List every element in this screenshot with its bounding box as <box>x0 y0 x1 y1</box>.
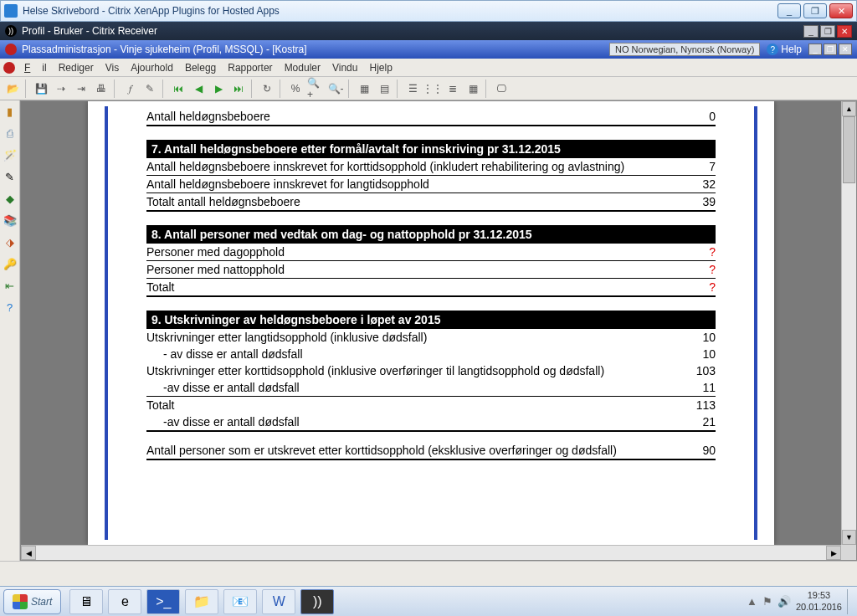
scroll-right-button[interactable]: ▶ <box>826 546 841 560</box>
table-row: Totalt113 <box>146 397 716 413</box>
print-icon[interactable]: 🖶 <box>92 80 110 98</box>
mdi-close-button[interactable]: ✕ <box>839 44 852 55</box>
taskbar-powershell-icon[interactable]: >_ <box>146 589 180 614</box>
scroll-left-button[interactable]: ◀ <box>21 546 36 560</box>
percent-icon[interactable]: % <box>286 80 305 98</box>
menu-ajourhold[interactable]: Ajourhold <box>125 62 179 74</box>
table-row: Antall heldøgnsbeboere innskrevet for la… <box>146 176 716 193</box>
receiver-close-button[interactable]: ✕ <box>837 25 852 38</box>
taskbar-word-icon[interactable]: W <box>262 589 295 614</box>
section-header-7: 7. Antall heldøgnsbeboere etter formål/a… <box>146 140 716 158</box>
table-row: Totalt antall heldøgnsbeboere39 <box>146 193 716 212</box>
refresh-icon[interactable]: ↻ <box>258 80 276 98</box>
menu-fil[interactable]: Fil <box>18 62 53 74</box>
lt-wand-icon[interactable]: 🪄 <box>3 147 18 162</box>
lt-icon-1[interactable]: ▮ <box>3 104 18 119</box>
scroll-corner <box>841 545 856 560</box>
menu-vis[interactable]: Vis <box>100 62 125 74</box>
screen-icon[interactable]: 🖵 <box>492 80 511 98</box>
help-icon: ? <box>767 44 778 55</box>
menu-rapporter[interactable]: Rapporter <box>222 62 278 74</box>
export2-icon[interactable]: ⇥ <box>72 80 90 98</box>
tool2-icon[interactable]: ✎ <box>141 80 159 98</box>
horizontal-scrollbar[interactable]: ◀ ▶ <box>21 545 841 560</box>
lt-key-icon[interactable]: 🔑 <box>3 256 18 271</box>
save-icon[interactable]: 💾 <box>32 80 50 98</box>
lt-exit-icon[interactable]: ⇤ <box>3 278 18 293</box>
lt-icon-7[interactable]: ⬗ <box>3 234 18 249</box>
system-tray: ▲ ⚑ 🔊 19:53 20.01.2016 <box>747 589 854 614</box>
app-title: Plassadministrasjon - Vinje sjukeheim (P… <box>22 44 307 55</box>
tray-flag-icon[interactable]: ⚑ <box>762 595 772 608</box>
tray-clock[interactable]: 19:53 20.01.2016 <box>796 590 842 612</box>
layout1-icon[interactable]: ▦ <box>355 80 373 98</box>
language-selector[interactable]: NO Norwegian, Nynorsk (Norway) <box>609 43 760 56</box>
windows-logo-icon <box>13 594 28 609</box>
lt-book-icon[interactable]: ◆ <box>3 191 18 206</box>
scroll-thumb[interactable] <box>843 116 855 183</box>
start-button[interactable]: Start <box>3 589 61 614</box>
scroll-up-button[interactable]: ▲ <box>842 101 856 116</box>
app-titlebar: Plassadministrasjon - Vinje sjukeheim (P… <box>0 40 857 59</box>
table-row: - av disse er antall dødsfall10 <box>146 346 716 362</box>
toolbar: 📂 💾 ⇢ ⇥ 🖶 𝑓 ✎ ⏮ ◀ ▶ ⏭ ↻ % 🔍+ 🔍- ▦ ▤ ☰ ⋮⋮… <box>0 77 857 100</box>
view4-icon[interactable]: ▦ <box>464 80 482 98</box>
prev-icon[interactable]: ◀ <box>189 80 208 98</box>
receiver-restore-button[interactable]: ❐ <box>820 25 835 38</box>
menu-app-icon <box>3 62 15 74</box>
minimize-button[interactable]: _ <box>777 3 801 18</box>
receiver-minimize-button[interactable]: _ <box>803 25 819 38</box>
mdi-minimize-button[interactable]: _ <box>808 44 822 55</box>
taskbar-explorer-icon[interactable]: 🖥 <box>69 589 103 614</box>
zoomout-icon[interactable]: 🔍- <box>326 80 345 98</box>
menu-belegg[interactable]: Belegg <box>179 62 222 74</box>
table-row: Antall heldøgnsbeboere 0 <box>146 108 716 126</box>
lt-help-icon[interactable]: ? <box>3 300 18 315</box>
taskbar-ie-icon[interactable]: e <box>108 589 141 614</box>
lt-pencil-icon[interactable]: ✎ <box>3 169 18 184</box>
lt-icon-2[interactable]: ⎙ <box>3 126 18 141</box>
table-row: Antall personer som er utskrevet etter k… <box>146 442 716 460</box>
export-icon[interactable]: ⇢ <box>52 80 70 98</box>
show-desktop-button[interactable] <box>847 589 854 614</box>
maximize-button[interactable]: ❐ <box>803 3 827 18</box>
last-icon[interactable]: ⏭ <box>229 80 248 98</box>
layout2-icon[interactable]: ▤ <box>375 80 393 98</box>
table-row: -av disse er antall dødsfall21 <box>146 413 716 432</box>
taskbar-outlook-icon[interactable]: 📧 <box>223 589 257 614</box>
left-toolbar: ▮ ⎙ 🪄 ✎ ◆ 📚 ⬗ 🔑 ⇤ ? <box>0 100 20 561</box>
scroll-down-button[interactable]: ▼ <box>842 530 856 545</box>
receiver-title: Profil - Bruker - Citrix Receiver <box>22 25 157 37</box>
tray-volume-icon[interactable]: 🔊 <box>777 595 791 608</box>
citrix-receiver-titlebar: )) Profil - Bruker - Citrix Receiver _ ❐… <box>0 22 857 40</box>
menu-rediger[interactable]: Rediger <box>53 62 100 74</box>
close-button[interactable]: ✕ <box>829 3 853 18</box>
help-button[interactable]: ? Help <box>767 44 802 55</box>
lt-books-icon[interactable]: 📚 <box>3 213 18 228</box>
tool-icon[interactable]: 𝑓 <box>121 80 139 98</box>
table-row: Utskrivninger etter langtidsopphold (ink… <box>146 329 716 346</box>
menu-moduler[interactable]: Moduler <box>279 62 326 74</box>
first-icon[interactable]: ⏮ <box>169 80 187 98</box>
menu-bar: Fil Rediger Vis Ajourhold Belegg Rapport… <box>0 59 857 77</box>
open-icon[interactable]: 📂 <box>3 80 22 98</box>
tray-arrow-icon[interactable]: ▲ <box>747 595 757 608</box>
app-icon <box>4 4 18 18</box>
taskbar-citrix-icon[interactable]: )) <box>300 589 334 614</box>
vertical-scrollbar[interactable]: ▲ ▼ <box>841 101 856 545</box>
outer-window-titlebar: Helse Skrivebord - Citrix XenApp Plugins… <box>0 0 857 22</box>
next-icon[interactable]: ▶ <box>209 80 228 98</box>
table-row: Totalt? <box>146 279 716 297</box>
menu-vindu[interactable]: Vindu <box>326 62 363 74</box>
zoomin-icon[interactable]: 🔍+ <box>306 80 325 98</box>
table-row: Personer med dagopphold? <box>146 244 716 261</box>
menu-hjelp[interactable]: Hjelp <box>363 62 398 74</box>
section-header-8: 8. Antall personer med vedtak om dag- og… <box>146 225 716 244</box>
view2-icon[interactable]: ⋮⋮ <box>423 80 442 98</box>
view1-icon[interactable]: ☰ <box>403 80 422 98</box>
taskbar-folder-icon[interactable]: 📁 <box>185 589 218 614</box>
table-row: -av disse er antall dødsfall11 <box>146 379 716 397</box>
mdi-restore-button[interactable]: ❐ <box>824 44 837 55</box>
main-area: ▮ ⎙ 🪄 ✎ ◆ 📚 ⬗ 🔑 ⇤ ? Antall heldøgnsbeboe… <box>0 100 857 561</box>
view3-icon[interactable]: ≣ <box>444 80 462 98</box>
